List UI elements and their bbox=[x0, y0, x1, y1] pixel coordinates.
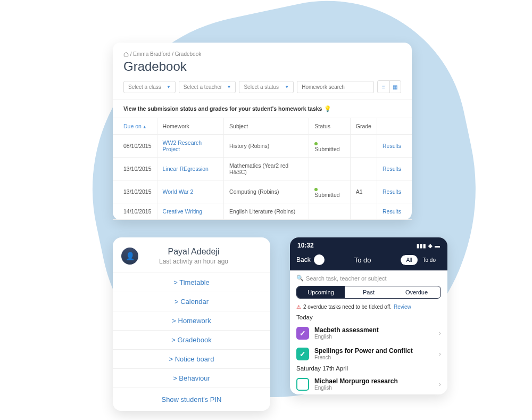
cell-due: 08/10/2015 bbox=[113, 135, 157, 158]
task-item[interactable]: Michael Morpurgo research English › bbox=[290, 374, 447, 394]
tab-upcoming[interactable]: Upcoming bbox=[297, 286, 345, 298]
battery-icon: ▬ bbox=[435, 243, 440, 249]
avatar bbox=[314, 254, 325, 265]
lightbulb-icon: 💡 bbox=[324, 105, 331, 112]
task-item[interactable]: ✓ Spellings for Power and Conflict Frenc… bbox=[290, 343, 447, 364]
review-link[interactable]: Review bbox=[394, 304, 411, 310]
status-time: 10:32 bbox=[297, 242, 314, 249]
student-card: 👤 Payal Adedeji Last activity an hour ag… bbox=[113, 237, 270, 411]
nav-homework[interactable]: > Homework bbox=[113, 311, 270, 331]
homework-link[interactable]: World War 2 bbox=[163, 188, 194, 195]
select-class[interactable]: Select a class▼ bbox=[123, 81, 176, 93]
cell-due: 13/10/2015 bbox=[113, 158, 157, 180]
select-teacher[interactable]: Select a teacher▼ bbox=[179, 81, 236, 93]
list-view-icon[interactable]: ≡ bbox=[378, 81, 389, 93]
alert-text: 2 overdue tasks need to be ticked off. bbox=[303, 304, 392, 310]
task-subject: English bbox=[314, 385, 434, 391]
chevron-down-icon: ▼ bbox=[167, 85, 171, 89]
chevron-right-icon: › bbox=[439, 329, 441, 337]
results-link[interactable]: Results bbox=[383, 166, 401, 172]
cell-due: 14/10/2015 bbox=[113, 203, 157, 220]
view-toggle: ≡ ▦ bbox=[377, 80, 401, 93]
breadcrumb-student[interactable]: Emma Bradford bbox=[133, 51, 170, 57]
task-title: Spellings for Power and Conflict bbox=[314, 347, 434, 355]
checkbox-checked-icon[interactable]: ✓ bbox=[296, 348, 309, 360]
search-placeholder: Search task, teacher or subject bbox=[306, 275, 387, 282]
search-bar[interactable]: 🔍 Search task, teacher or subject bbox=[290, 270, 447, 286]
homework-search-input[interactable] bbox=[297, 81, 374, 93]
student-name: Payal Adedeji bbox=[126, 247, 262, 257]
task-title: Michael Morpurgo research bbox=[314, 377, 434, 385]
homework-table: Due on▲ Homework Subject Status Grade 08… bbox=[113, 118, 412, 220]
cell-grade: A1 bbox=[350, 180, 377, 203]
status-dot-icon bbox=[314, 142, 318, 145]
checkbox-checked-icon[interactable]: ✓ bbox=[296, 327, 309, 340]
cell-subject: English Literature (Robins) bbox=[224, 203, 309, 220]
toggle-all[interactable]: All bbox=[401, 255, 417, 265]
chevron-right-icon: › bbox=[439, 350, 441, 358]
cell-grade bbox=[350, 158, 377, 180]
status-dot-icon bbox=[314, 188, 318, 191]
task-item[interactable]: ✓ Macbeth assessment English › bbox=[290, 323, 447, 343]
section-saturday: Saturday 17th April bbox=[290, 364, 447, 374]
tab-bar: Upcoming Past Overdue bbox=[296, 286, 441, 299]
mobile-nav: Back To do All To do bbox=[290, 251, 447, 270]
nav-timetable[interactable]: > Timetable bbox=[113, 273, 270, 292]
checkbox-unchecked-icon[interactable] bbox=[296, 378, 309, 391]
sort-up-icon: ▲ bbox=[143, 125, 147, 129]
home-icon[interactable] bbox=[123, 52, 129, 57]
col-grade[interactable]: Grade bbox=[350, 118, 377, 135]
show-pin-link[interactable]: Show student's PIN bbox=[113, 388, 270, 411]
toggle-todo[interactable]: To do bbox=[418, 255, 441, 265]
cell-status bbox=[309, 203, 350, 220]
nav-behaviour[interactable]: > Behaviour bbox=[113, 369, 270, 388]
wifi-icon: ◈ bbox=[428, 243, 433, 249]
breadcrumb-page: Gradebook bbox=[175, 51, 201, 57]
nav-notice-board[interactable]: > Notice board bbox=[113, 350, 270, 369]
filter-bar: Select a class▼ Select a teacher▼ Select… bbox=[113, 80, 412, 100]
nav-title: To do bbox=[354, 256, 371, 264]
section-today: Today bbox=[290, 313, 447, 323]
signal-icon: ▮▮▮ bbox=[417, 243, 426, 249]
table-row: 13/10/2015 Linear REgression Mathematics… bbox=[113, 158, 412, 180]
back-button[interactable]: Back bbox=[296, 254, 325, 265]
student-header: 👤 Payal Adedeji Last activity an hour ag… bbox=[113, 237, 270, 273]
cell-status: Submitted bbox=[309, 135, 350, 158]
table-row: 08/10/2015 WW2 Research Project History … bbox=[113, 135, 412, 158]
tab-overdue[interactable]: Overdue bbox=[393, 286, 440, 298]
nav-gradebook[interactable]: > Gradebook bbox=[113, 331, 270, 350]
homework-link[interactable]: Creative Writing bbox=[163, 208, 203, 215]
col-homework[interactable]: Homework bbox=[157, 118, 223, 135]
col-status[interactable]: Status bbox=[309, 118, 350, 135]
grid-view-icon[interactable]: ▦ bbox=[389, 81, 401, 93]
cell-subject: Mathematics (Year2 red H&SC) bbox=[224, 158, 309, 180]
gradebook-card: / Emma Bradford / Gradebook Gradebook Se… bbox=[113, 43, 412, 220]
tab-past[interactable]: Past bbox=[345, 286, 393, 298]
instruction-text: View the submission status and grades fo… bbox=[113, 100, 412, 118]
select-status[interactable]: Select a status▼ bbox=[239, 81, 294, 93]
results-link[interactable]: Results bbox=[383, 188, 401, 195]
col-due[interactable]: Due on▲ bbox=[113, 118, 157, 135]
cell-status: Submitted bbox=[309, 180, 350, 203]
cell-grade bbox=[350, 203, 377, 220]
task-subject: French bbox=[314, 355, 434, 360]
table-row: 14/10/2015 Creative Writing English Lite… bbox=[113, 203, 412, 220]
chevron-down-icon: ▼ bbox=[227, 85, 231, 89]
cell-status bbox=[309, 158, 350, 180]
task-subject: English bbox=[314, 334, 434, 340]
chevron-down-icon: ▼ bbox=[285, 85, 289, 89]
overdue-alert: ⚠ 2 overdue tasks need to be ticked off.… bbox=[290, 303, 447, 313]
status-bar: 10:32 ▮▮▮ ◈ ▬ bbox=[290, 237, 447, 251]
nav-calendar[interactable]: > Calendar bbox=[113, 292, 270, 311]
homework-link[interactable]: WW2 Research Project bbox=[163, 139, 202, 152]
results-link[interactable]: Results bbox=[383, 143, 401, 149]
chevron-right-icon: › bbox=[439, 380, 441, 388]
last-activity: Last activity an hour ago bbox=[126, 258, 262, 265]
cell-due: 13/10/2015 bbox=[113, 180, 157, 203]
task-title: Macbeth assessment bbox=[314, 326, 434, 334]
col-subject[interactable]: Subject bbox=[224, 118, 309, 135]
results-link[interactable]: Results bbox=[383, 208, 401, 215]
cell-subject: Computing (Robins) bbox=[224, 180, 309, 203]
student-nav: > Timetable > Calendar > Homework > Grad… bbox=[113, 273, 270, 388]
homework-link[interactable]: Linear REgression bbox=[163, 166, 209, 172]
